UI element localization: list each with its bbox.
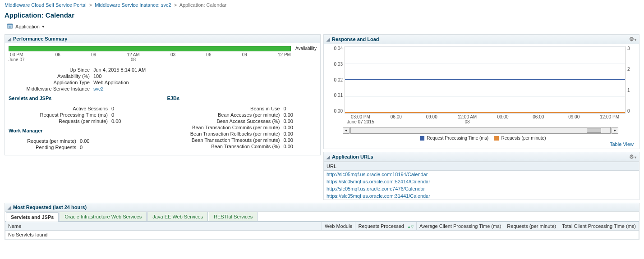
breadcrumb-current: Application: Calendar bbox=[179, 2, 227, 8]
ejb-value: 0.00 bbox=[284, 118, 293, 124]
breadcrumb-instance[interactable]: Middleware Service Instance: svc2 bbox=[95, 2, 171, 8]
up-since-label: Up Since bbox=[9, 67, 93, 73]
collapse-icon[interactable]: ◢ bbox=[8, 36, 11, 41]
availability-tick: 12 AM08 bbox=[127, 52, 139, 62]
col-total-client-proc[interactable]: Total Client Processing Time (ms) bbox=[559, 222, 639, 231]
availability-tick: 03 bbox=[170, 52, 175, 62]
url-row: https://slc05mqf.us.oracle.com:31441/Cal… bbox=[324, 192, 639, 200]
up-since-value: Jun 4, 2015 8:14:01 AM bbox=[93, 67, 146, 73]
ejb-row: Bean Transaction Commits (per minute)0.0… bbox=[167, 124, 317, 131]
ejb-value: 0 bbox=[284, 106, 286, 111]
url-row: http://slc05mqf.us.oracle.com:18194/Cale… bbox=[324, 171, 639, 178]
col-avg-client-proc[interactable]: Average Client Processing Time (ms) bbox=[416, 222, 504, 231]
tab-oracle-infrastructure-web-services[interactable]: Oracle Infrastructure Web Services bbox=[60, 212, 147, 221]
x-tick: 09:00 bbox=[556, 114, 592, 124]
availability-bar bbox=[9, 46, 291, 51]
scroll-track[interactable] bbox=[350, 127, 611, 134]
ejb-value: 0.00 bbox=[284, 137, 293, 143]
availability-label: Availability bbox=[295, 46, 317, 51]
col-name[interactable]: Name bbox=[5, 222, 322, 231]
ejb-row: Bean Transaction Commits (%)0.00 bbox=[167, 143, 317, 150]
x-tick: 06:00 bbox=[378, 114, 414, 124]
tab-link[interactable]: RESTful Services bbox=[214, 214, 253, 219]
y-left-tick: 0.03 bbox=[325, 62, 343, 67]
x-tick: 12:00 AM08 bbox=[450, 114, 485, 124]
app-url-link[interactable]: https://slc05mqf.us.oracle.com:52414/Cal… bbox=[327, 179, 430, 184]
scroll-left-button[interactable]: ◄ bbox=[343, 127, 350, 134]
wm-pending-value: 0 bbox=[80, 145, 83, 150]
performance-summary-panel: ◢ Performance Summary 03 PMJune 07060912… bbox=[5, 34, 321, 155]
y-left-tick: 0.00 bbox=[325, 109, 343, 114]
servlet-req-per-min-value: 0.00 bbox=[111, 118, 121, 124]
mw-instance-link[interactable]: svc2 bbox=[93, 86, 104, 91]
collapse-icon[interactable]: ◢ bbox=[8, 205, 11, 210]
legend-label-2: Requests (per minute) bbox=[501, 136, 546, 141]
svg-rect-1 bbox=[7, 24, 13, 25]
ejb-row: Bean Accesses (per minute)0.00 bbox=[167, 112, 317, 118]
ejb-label: Bean Access Successes (%) bbox=[167, 118, 284, 124]
gear-icon[interactable]: ⚙ bbox=[629, 154, 636, 160]
tab-link[interactable]: Java EE Web Services bbox=[152, 214, 203, 219]
response-load-title: Response and Load bbox=[332, 36, 379, 42]
legend-swatch-blue bbox=[420, 136, 424, 141]
wm-pending-label: Pending Requests bbox=[9, 145, 80, 150]
req-proc-time-value: 0 bbox=[111, 112, 114, 118]
table-view-link[interactable]: Table View bbox=[610, 141, 634, 147]
tab-java-ee-web-services[interactable]: Java EE Web Services bbox=[147, 212, 208, 221]
tab-servlets-and-jsps[interactable]: Servlets and JSPs bbox=[6, 212, 59, 222]
col-web-module[interactable]: Web Module bbox=[322, 222, 355, 231]
availability-tick: 06 bbox=[206, 52, 211, 62]
url-column-header[interactable]: URL bbox=[324, 162, 639, 171]
ejb-label: Bean Accesses (per minute) bbox=[167, 112, 284, 118]
application-menu[interactable]: Application ▼ bbox=[5, 22, 47, 32]
ejbs-title: EJBs bbox=[167, 95, 317, 101]
availability-tick: 12 PM bbox=[278, 52, 291, 62]
application-urls-title: Application URLs bbox=[332, 154, 373, 159]
y-right-tick: 3 bbox=[627, 46, 636, 51]
ejb-row: Bean Transaction Timeouts (per minute)0.… bbox=[167, 137, 317, 143]
tab-link[interactable]: Oracle Infrastructure Web Services bbox=[64, 214, 142, 219]
x-tick: 06:00 bbox=[520, 114, 556, 124]
performance-summary-title: Performance Summary bbox=[13, 36, 67, 41]
col-requests-processed[interactable]: Requests Processed ▲▽ bbox=[355, 222, 416, 231]
y-left-tick: 0.04 bbox=[325, 46, 343, 51]
wm-req-per-min-value: 0.00 bbox=[80, 138, 89, 144]
scroll-right-button[interactable]: ► bbox=[612, 127, 618, 134]
availability-tick: 09 bbox=[242, 52, 247, 62]
active-sessions-label: Active Sessions bbox=[9, 106, 111, 111]
app-url-link[interactable]: https://slc05mqf.us.oracle.com:31441/Cal… bbox=[327, 193, 430, 199]
ejb-value: 0.00 bbox=[284, 125, 293, 130]
req-proc-time-line bbox=[345, 79, 625, 80]
wm-req-per-min-label: Requests (per minute) bbox=[9, 138, 80, 144]
app-url-link[interactable]: http://slc05mqf.us.oracle.com:18194/Cale… bbox=[327, 172, 428, 177]
page-title: Application: Calendar bbox=[5, 11, 639, 19]
ejb-label: Bean Transaction Commits (per minute) bbox=[167, 125, 284, 130]
breadcrumb: Middleware Cloud Self Service Portal > M… bbox=[5, 2, 639, 8]
most-requested-table: Name Web Module Requests Processed ▲▽ Av… bbox=[5, 222, 639, 239]
availability-tick: 03 PMJune 07 bbox=[9, 52, 25, 62]
col-requests-processed-label: Requests Processed bbox=[358, 223, 404, 229]
ejb-label: Bean Transaction Timeouts (per minute) bbox=[167, 137, 284, 143]
breadcrumb-portal[interactable]: Middleware Cloud Self Service Portal bbox=[5, 2, 87, 8]
chart-scroll[interactable]: ◄ ► bbox=[343, 127, 618, 134]
response-load-chart: 0.040.030.020.010.00 3210 bbox=[325, 46, 636, 114]
ejb-value: 0.00 bbox=[284, 112, 293, 118]
col-req-per-min[interactable]: Requests (per minute) bbox=[504, 222, 559, 231]
application-menu-label: Application bbox=[15, 24, 40, 29]
x-tick: 03:00 bbox=[485, 114, 521, 124]
collapse-icon[interactable]: ◢ bbox=[327, 154, 330, 159]
most-requested-title: Most Requested (last 24 hours) bbox=[13, 204, 87, 210]
y-left-tick: 0.01 bbox=[325, 93, 343, 98]
scroll-thumb[interactable] bbox=[587, 128, 601, 133]
servlet-req-per-min-label: Requests (per minute) bbox=[9, 118, 111, 124]
tab-restful-services[interactable]: RESTful Services bbox=[209, 212, 258, 221]
collapse-icon[interactable]: ◢ bbox=[327, 37, 330, 42]
gear-icon[interactable]: ⚙ bbox=[629, 36, 636, 42]
app-url-link[interactable]: http://slc05mqf.us.oracle.com:7476/Calen… bbox=[327, 186, 425, 191]
app-type-value: Web Application bbox=[93, 80, 129, 85]
ejb-label: Beans in Use bbox=[167, 106, 284, 111]
servlets-jsps-title: Servlets and JSPs bbox=[9, 95, 158, 101]
response-load-panel: ◢ Response and Load ⚙ 0.040.030.020.010.… bbox=[323, 34, 639, 149]
svg-point-2 bbox=[9, 26, 11, 28]
y-right-tick: 1 bbox=[627, 88, 636, 93]
